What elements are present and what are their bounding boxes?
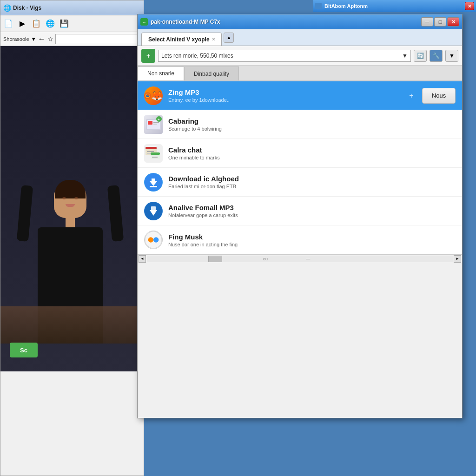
cabaring-content: Cabaring Scarnuge to 4 bolwiring xyxy=(168,117,456,132)
scroll-track: ou — xyxy=(147,256,453,262)
scroll-label-dash: — xyxy=(306,257,310,261)
fing-musk-content: Fing Musk Nuse dor one in acting the fin… xyxy=(168,233,456,247)
zing-mp3-title: Zing MP3 xyxy=(168,88,401,96)
bg-address-label: Shorasoole xyxy=(3,36,29,42)
tab-arrow-button[interactable]: ▲ xyxy=(224,33,234,43)
person-eye-left xyxy=(62,197,66,199)
bg-browser-addressbar: Shorasoole ▼ ← ☆ xyxy=(0,32,144,46)
zing-mp3-desc: Entmy, ee by 1downloade.. xyxy=(168,97,401,103)
scroll-right-button[interactable]: ► xyxy=(454,255,461,263)
toolbar-more-icon[interactable]: ▼ xyxy=(445,50,458,62)
close-button[interactable]: ✕ xyxy=(447,17,459,26)
scroll-label-ou: ou xyxy=(263,257,268,261)
toolbar-icon-1[interactable]: 📄 xyxy=(2,18,14,30)
background-browser-window: 🌐 Disk - Vigs 📄 ▶ 📋 🌐 💾 Shorasoole ▼ ← ☆ xyxy=(0,0,144,476)
analive-fomall-content: Analive Fomall MP3 Nofalervear gope a ca… xyxy=(168,204,456,218)
zing-mp3-content: Zing MP3 Entmy, ee by 1downloade.. xyxy=(168,88,401,103)
download-ic-title: Download ic Alghoed xyxy=(168,175,456,183)
bg-window-icon xyxy=(315,3,322,9)
bg-browser-title: Disk - Vigs xyxy=(13,5,41,11)
analive-fomall-icon xyxy=(144,202,163,220)
scroll-left-button[interactable]: ◄ xyxy=(139,255,146,263)
dropdown-value: Lets ren morie, 550,50 mixes xyxy=(161,53,233,59)
person-mouth xyxy=(66,204,75,207)
list-item-zing-mp3[interactable]: Zing MP3 Entmy, ee by 1downloade.. + Nou… xyxy=(138,81,462,110)
cabaring-desc: Scarnuge to 4 bolwiring xyxy=(168,126,456,132)
calra-chat-icon xyxy=(144,144,163,163)
toolbar-play-icon[interactable]: ▶ xyxy=(16,18,28,30)
list-item-download-ic[interactable]: Download ic Alghoed Earied last mi or·do… xyxy=(138,168,462,197)
person-eye-right xyxy=(74,197,78,199)
svg-text:+: + xyxy=(158,118,160,122)
bottom-scrollbar: ◄ ou — ► xyxy=(138,254,462,263)
fing-musk-title: Fing Musk xyxy=(168,233,456,241)
table-surface xyxy=(0,306,140,344)
star-button[interactable]: ☆ xyxy=(47,35,53,43)
tab-close-icon[interactable]: × xyxy=(212,37,215,42)
download-ic-content: Download ic Alghoed Earied last mi or·do… xyxy=(168,175,456,189)
toolbar-add-icon[interactable]: + xyxy=(141,49,155,63)
toolbar-refresh-icon[interactable]: 🔄 xyxy=(414,50,427,62)
svg-rect-19 xyxy=(150,186,157,187)
bg-browser-toolbar: 📄 ▶ 📋 🌐 💾 xyxy=(0,15,144,32)
svg-rect-16 xyxy=(152,157,158,158)
calra-chat-desc: One mimable to marks xyxy=(168,155,456,160)
address-input[interactable] xyxy=(55,34,141,44)
svg-rect-6 xyxy=(153,122,159,123)
dialog-title-text: pak-onnetloand-M MP C7x xyxy=(151,19,220,25)
tab-dinbad-quality[interactable]: Dinbad quality xyxy=(184,66,239,80)
tab-non-snarle-label: Non snarle xyxy=(147,70,174,77)
maximize-button[interactable]: □ xyxy=(434,17,446,26)
background-window-titlebar: BitAbom Apitonm ✕ xyxy=(313,0,476,12)
list-item-analive-fomall[interactable]: Analive Fomall MP3 Nofalervear gope a ca… xyxy=(138,197,462,225)
dropdown-arrow-icon: ▼ xyxy=(402,53,408,59)
list-item-cabaring[interactable]: + Cabaring Scarnuge to 4 bolwiring xyxy=(138,110,462,139)
cabaring-title: Cabaring xyxy=(168,117,456,125)
nous-button[interactable]: Nous xyxy=(422,88,456,104)
main-tab[interactable]: Select Ainited V xyople × xyxy=(141,33,222,46)
svg-rect-15 xyxy=(151,152,160,155)
fing-musk-icon xyxy=(144,231,163,249)
dialog-title-icon: ← xyxy=(140,18,148,26)
svg-rect-11 xyxy=(145,147,157,149)
dropdown-select[interactable]: Lets ren morie, 550,50 mixes ▼ xyxy=(158,50,411,62)
svg-point-24 xyxy=(148,237,153,242)
person-neck xyxy=(66,218,75,227)
dialog-title-left: ← pak-onnetloand-M MP C7x xyxy=(140,18,220,26)
minimize-button[interactable]: ─ xyxy=(421,17,433,26)
fing-musk-desc: Nuse dor one in acting the fing xyxy=(168,242,456,247)
svg-rect-7 xyxy=(153,124,157,125)
titlebar-buttons: ─ □ ✕ xyxy=(421,17,459,26)
back-button[interactable]: ← xyxy=(38,35,46,43)
cabaring-icon: + xyxy=(144,115,163,134)
content-list: Zing MP3 Entmy, ee by 1downloade.. + Nou… xyxy=(138,81,462,254)
calra-chat-title: Calra chat xyxy=(168,146,456,154)
dialog-window: ← pak-onnetloand-M MP C7x ─ □ ✕ Select A… xyxy=(137,14,463,418)
dialog-toolbar: + Lets ren morie, 550,50 mixes ▼ 🔄 🔧 ▼ xyxy=(138,46,462,66)
analive-fomall-title: Analive Fomall MP3 xyxy=(168,204,456,212)
svg-rect-12 xyxy=(147,151,154,152)
svg-point-25 xyxy=(153,237,159,242)
calra-chat-content: Calra chat One mimable to marks xyxy=(168,146,456,160)
bg-green-button[interactable]: Sc xyxy=(10,343,38,357)
download-ic-desc: Earied last mi or·don tlag ETB xyxy=(168,184,456,189)
list-item-fing-musk[interactable]: Fing Musk Nuse dor one in acting the fin… xyxy=(138,225,462,254)
content-tabs: Non snarle Dinbad quality xyxy=(138,66,462,81)
bg-window-close-button[interactable]: ✕ xyxy=(465,2,474,10)
person-head xyxy=(54,181,86,218)
svg-rect-5 xyxy=(148,121,152,125)
download-ic-icon xyxy=(144,173,163,192)
photo-area: Sc xyxy=(0,46,140,371)
zing-mp3-add-button[interactable]: + xyxy=(406,91,416,101)
svg-rect-22 xyxy=(151,206,156,210)
list-item-calra-chat[interactable]: Calra chat One mimable to marks xyxy=(138,139,462,168)
toolbar-settings-icon[interactable]: 🔧 xyxy=(430,50,443,62)
tab-label: Select Ainited V xyople xyxy=(148,36,210,43)
toolbar-note-icon[interactable]: 📋 xyxy=(30,18,42,30)
scroll-thumb[interactable] xyxy=(208,256,222,262)
person-hair xyxy=(55,180,86,198)
toolbar-save-icon[interactable]: 💾 xyxy=(58,18,70,30)
tab-row: Select Ainited V xyople × ▲ xyxy=(138,29,462,46)
tab-non-snarle[interactable]: Non snarle xyxy=(138,66,184,80)
toolbar-globe-icon[interactable]: 🌐 xyxy=(44,18,56,30)
